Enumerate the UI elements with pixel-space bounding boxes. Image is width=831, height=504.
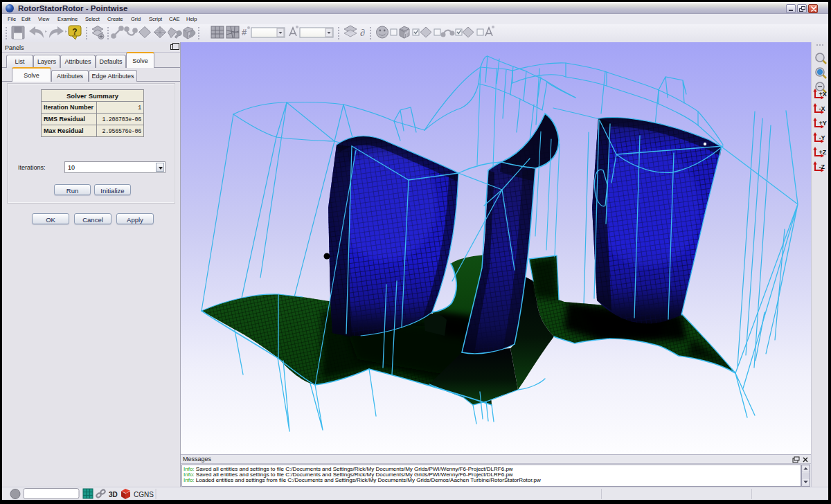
svg-text:#: # [242,27,247,37]
svg-text:∂: ∂ [360,28,365,38]
svg-text:3D: 3D [109,491,118,498]
svg-text:-X: -X [819,105,825,112]
svg-text:-Z: -Z [819,163,825,170]
svg-text:?: ? [72,27,77,37]
svg-text:+X: +X [819,91,827,98]
svg-text:-Y: -Y [819,134,825,141]
svg-text:+Y: +Y [819,120,827,127]
svg-text:CGNS: CGNS [134,491,154,498]
svg-text:+Z: +Z [819,149,827,156]
